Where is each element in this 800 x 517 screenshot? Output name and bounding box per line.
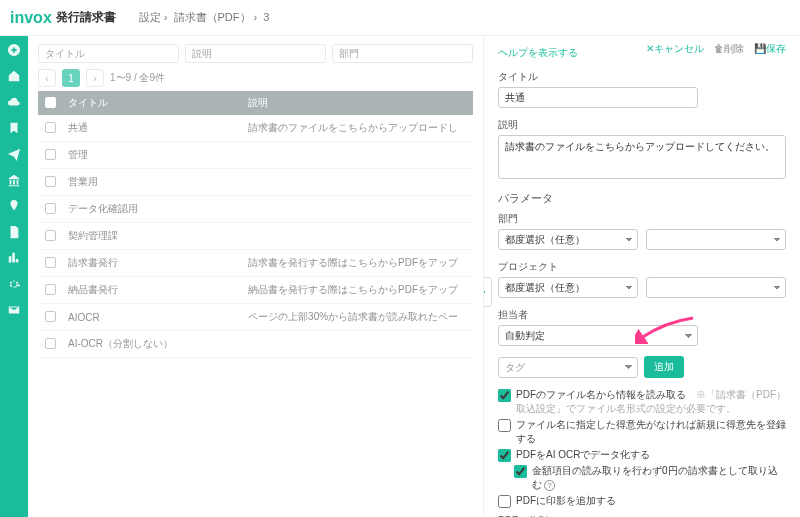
project-label: プロジェクト xyxy=(498,260,786,274)
send-icon[interactable] xyxy=(6,146,22,162)
delete-button[interactable]: 🗑削除 xyxy=(714,42,744,56)
tag-select[interactable]: タグ xyxy=(498,357,638,378)
assignee-select[interactable]: 自動判定 xyxy=(498,325,698,346)
row-desc: 請求書を発行する際はこちらからPDFをアップ xyxy=(242,250,473,277)
row-desc xyxy=(242,331,473,358)
row-desc: 納品書を発行する際はこちらからPDFをアップ xyxy=(242,277,473,304)
row-checkbox[interactable] xyxy=(45,122,56,133)
chk-filename-read[interactable] xyxy=(498,389,511,402)
add-button[interactable]: 追加 xyxy=(644,356,684,378)
row-desc xyxy=(242,196,473,223)
plus-icon[interactable] xyxy=(6,42,22,58)
home-icon[interactable] xyxy=(6,68,22,84)
row-desc xyxy=(242,169,473,196)
table-row[interactable]: データ化確認用 xyxy=(38,196,473,223)
bookmark-icon[interactable] xyxy=(6,120,22,136)
chk-stamp[interactable] xyxy=(498,495,511,508)
row-title: 共通 xyxy=(62,115,242,142)
row-title: 納品書発行 xyxy=(62,277,242,304)
logo-subtitle: 発行請求書 xyxy=(56,9,116,26)
help-icon[interactable]: ? xyxy=(544,480,555,491)
gear-icon[interactable] xyxy=(6,276,22,292)
col-desc[interactable]: 説明 xyxy=(242,91,473,115)
detail-panel: › ✕キャンセル 🗑削除 💾保存 ヘルプを表示する タイトル 説明 パラメータ … xyxy=(483,36,800,517)
row-title: 契約管理課 xyxy=(62,223,242,250)
title-label: タイトル xyxy=(498,70,786,84)
sidebar xyxy=(0,36,28,517)
filter-dept-input[interactable] xyxy=(332,44,473,63)
list-panel: ‹ 1 › 1〜9 / 全9件 タイトル 説明 共通請求書のファイルをこちらから… xyxy=(28,36,483,517)
row-title: 営業用 xyxy=(62,169,242,196)
row-checkbox[interactable] xyxy=(45,284,56,295)
table-row[interactable]: AIOCRページの上部30%から請求書が読み取れたペー xyxy=(38,304,473,331)
row-desc: ページの上部30%から請求書が読み取れたペー xyxy=(242,304,473,331)
file-icon[interactable] xyxy=(6,224,22,240)
table-row[interactable]: 契約管理課 xyxy=(38,223,473,250)
row-desc xyxy=(242,223,473,250)
pager-next[interactable]: › xyxy=(86,69,104,87)
cancel-button[interactable]: ✕キャンセル xyxy=(646,42,704,56)
row-title: 請求書発行 xyxy=(62,250,242,277)
chart-icon[interactable] xyxy=(6,250,22,266)
table-row[interactable]: AI-OCR（分割しない） xyxy=(38,331,473,358)
row-title: データ化確認用 xyxy=(62,196,242,223)
param-heading: パラメータ xyxy=(498,191,786,206)
chk-create-customer[interactable] xyxy=(498,419,511,432)
desc-label: 説明 xyxy=(498,118,786,132)
row-title: 管理 xyxy=(62,142,242,169)
mail-icon[interactable] xyxy=(6,302,22,318)
table-row[interactable]: 営業用 xyxy=(38,169,473,196)
list-table: タイトル 説明 共通請求書のファイルをこちらからアップロードし管理営業用データ化… xyxy=(38,91,473,358)
row-checkbox[interactable] xyxy=(45,176,56,187)
chk-ai-ocr[interactable] xyxy=(498,449,511,462)
assignee-label: 担当者 xyxy=(498,308,786,322)
project-select[interactable]: 都度選択（任意） xyxy=(498,277,638,298)
row-checkbox[interactable] xyxy=(45,230,56,241)
collapse-handle[interactable]: › xyxy=(483,277,492,307)
pager-prev[interactable]: ‹ xyxy=(38,69,56,87)
pager-range: 1〜9 / 全9件 xyxy=(110,71,165,85)
table-row[interactable]: 納品書発行納品書を発行する際はこちらからPDFをアップ xyxy=(38,277,473,304)
row-checkbox[interactable] xyxy=(45,149,56,160)
dept-label: 部門 xyxy=(498,212,786,226)
row-desc: 請求書のファイルをこちらからアップロードし xyxy=(242,115,473,142)
row-title: AI-OCR（分割しない） xyxy=(62,331,242,358)
filter-desc-input[interactable] xyxy=(185,44,326,63)
dept-select[interactable]: 都度選択（任意） xyxy=(498,229,638,250)
pin-icon[interactable] xyxy=(6,198,22,214)
filter-title-input[interactable] xyxy=(38,44,179,63)
pager-current[interactable]: 1 xyxy=(62,69,80,87)
bank-icon[interactable] xyxy=(6,172,22,188)
topbar: invox 発行請求書 設定› 請求書（PDF）› 3 xyxy=(0,0,800,36)
row-desc xyxy=(242,142,473,169)
title-input[interactable] xyxy=(498,87,698,108)
table-row[interactable]: 共通請求書のファイルをこちらからアップロードし xyxy=(38,115,473,142)
table-row[interactable]: 管理 xyxy=(38,142,473,169)
row-checkbox[interactable] xyxy=(45,257,56,268)
cloud-icon[interactable] xyxy=(6,94,22,110)
select-all-checkbox[interactable] xyxy=(45,97,56,108)
row-title: AIOCR xyxy=(62,304,242,331)
row-checkbox[interactable] xyxy=(45,203,56,214)
dept-select-2[interactable] xyxy=(646,229,786,250)
chk-zero-yen[interactable] xyxy=(514,465,527,478)
col-title[interactable]: タイトル xyxy=(62,91,242,115)
save-button[interactable]: 💾保存 xyxy=(754,42,786,56)
desc-textarea[interactable] xyxy=(498,135,786,179)
breadcrumb: 設定› 請求書（PDF）› 3 xyxy=(136,10,273,25)
row-checkbox[interactable] xyxy=(45,311,56,322)
project-select-2[interactable] xyxy=(646,277,786,298)
table-row[interactable]: 請求書発行請求書を発行する際はこちらからPDFをアップ xyxy=(38,250,473,277)
row-checkbox[interactable] xyxy=(45,338,56,349)
logo: invox xyxy=(10,9,52,27)
